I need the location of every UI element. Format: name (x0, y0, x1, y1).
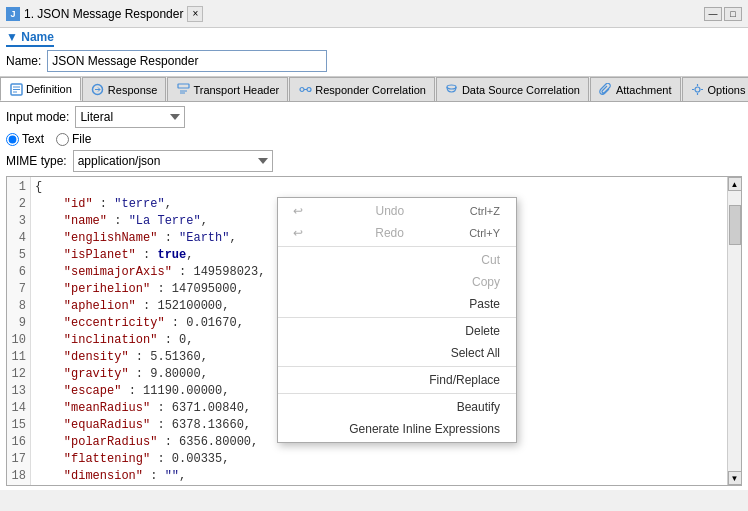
window-controls: — □ (704, 7, 742, 21)
tab-attachment[interactable]: Attachment (590, 77, 681, 101)
context-menu: ↩UndoCtrl+Z↩RedoCtrl+YCutCopyPasteDelete… (277, 197, 517, 443)
line-number: 10 (11, 332, 26, 349)
radio-text-label: Text (22, 132, 44, 146)
line-number: 3 (11, 213, 26, 230)
svg-point-8 (300, 88, 304, 92)
undo-label: Undo (376, 204, 405, 218)
name-input[interactable] (47, 50, 327, 72)
menu-item-cut: Cut (278, 249, 516, 271)
menu-separator (278, 246, 516, 247)
select-all-label: Select All (451, 346, 500, 360)
tab-response[interactable]: Response (82, 77, 167, 101)
editor-container[interactable]: 123456789101112131415161718192021 { "id"… (6, 176, 742, 486)
tab-responder-correlation[interactable]: Responder Correlation (289, 77, 435, 101)
line-number: 4 (11, 230, 26, 247)
menu-separator (278, 317, 516, 318)
options-icon (691, 83, 705, 97)
svg-rect-5 (178, 84, 189, 88)
code-line: "dimension" : "", (35, 468, 723, 485)
line-number: 8 (11, 298, 26, 315)
menu-item-beautify[interactable]: Beautify (278, 396, 516, 418)
menu-item-find-replace[interactable]: Find/Replace (278, 369, 516, 391)
tab-response-label: Response (108, 84, 158, 96)
cut-label: Cut (481, 253, 500, 267)
find-replace-label: Find/Replace (429, 373, 500, 387)
menu-item-select-all[interactable]: Select All (278, 342, 516, 364)
window-title: 1. JSON Message Responder (24, 7, 183, 21)
line-number: 13 (11, 383, 26, 400)
tab-transport-header-label: Transport Header (193, 84, 279, 96)
scroll-down-arrow[interactable]: ▼ (728, 471, 742, 485)
line-numbers: 123456789101112131415161718192021 (7, 177, 31, 485)
menu-item-copy: Copy (278, 271, 516, 293)
input-mode-select[interactable]: Literal Expression Variable (75, 106, 185, 128)
response-icon (91, 83, 105, 97)
radio-file[interactable] (56, 133, 69, 146)
line-number: 1 (11, 179, 26, 196)
name-field-label: Name: (6, 54, 41, 68)
tab-transport-header[interactable]: Transport Header (167, 77, 288, 101)
input-mode-row: Input mode: Literal Expression Variable (6, 106, 742, 128)
attachment-icon (599, 83, 613, 97)
redo-label: Redo (375, 226, 404, 240)
paste-label: Paste (469, 297, 500, 311)
line-number: 6 (11, 264, 26, 281)
svg-point-12 (695, 87, 700, 92)
name-section: ▼ Name Name: (0, 28, 748, 77)
line-number: 9 (11, 315, 26, 332)
redo-shortcut: Ctrl+Y (469, 227, 500, 239)
radio-text-option[interactable]: Text (6, 132, 44, 146)
line-number: 18 (11, 468, 26, 485)
radio-row: Text File (6, 132, 742, 146)
radio-text[interactable] (6, 133, 19, 146)
line-number: 2 (11, 196, 26, 213)
line-number: 17 (11, 451, 26, 468)
menu-item-paste[interactable]: Paste (278, 293, 516, 315)
tab-close-button[interactable]: × (187, 6, 203, 22)
line-number: 12 (11, 366, 26, 383)
scroll-thumb[interactable] (729, 205, 741, 245)
tab-definition[interactable]: Definition (0, 77, 81, 101)
tab-definition-label: Definition (26, 83, 72, 95)
tab-data-source-correlation[interactable]: Data Source Correlation (436, 77, 589, 101)
delete-label: Delete (465, 324, 500, 338)
mime-label: MIME type: (6, 154, 67, 168)
tab-data-source-label: Data Source Correlation (462, 84, 580, 96)
code-line: "flattening" : 0.00335, (35, 451, 723, 468)
redo-icon: ↩ (290, 226, 306, 240)
scroll-up-arrow[interactable]: ▲ (728, 177, 742, 191)
generate-inline-label: Generate Inline Expressions (349, 422, 500, 436)
title-bar: J 1. JSON Message Responder × — □ (0, 0, 748, 28)
code-line: { (35, 179, 723, 196)
copy-label: Copy (472, 275, 500, 289)
vertical-scrollbar[interactable]: ▲ ▼ (727, 177, 741, 485)
tab-attachment-label: Attachment (616, 84, 672, 96)
input-mode-label: Input mode: (6, 110, 69, 124)
line-number: 16 (11, 434, 26, 451)
radio-file-label: File (72, 132, 91, 146)
mime-type-select[interactable]: application/json text/plain text/xml app… (73, 150, 273, 172)
menu-item-generate-inline[interactable]: Generate Inline Expressions (278, 418, 516, 440)
title-bar-left: J 1. JSON Message Responder × (6, 6, 203, 22)
svg-point-11 (447, 85, 456, 89)
menu-item-redo: ↩RedoCtrl+Y (278, 222, 516, 244)
transport-header-icon (176, 83, 190, 97)
line-number: 14 (11, 400, 26, 417)
menu-separator (278, 393, 516, 394)
maximize-button[interactable]: □ (724, 7, 742, 21)
minimize-button[interactable]: — (704, 7, 722, 21)
menu-separator (278, 366, 516, 367)
line-number: 15 (11, 417, 26, 434)
tab-options[interactable]: Options (682, 77, 748, 101)
app-icon: J (6, 7, 20, 21)
definition-icon (9, 82, 23, 96)
beautify-label: Beautify (457, 400, 500, 414)
menu-item-delete[interactable]: Delete (278, 320, 516, 342)
tab-options-label: Options (708, 84, 746, 96)
radio-file-option[interactable]: File (56, 132, 91, 146)
undo-icon: ↩ (290, 204, 306, 218)
section-label: ▼ Name (6, 30, 54, 47)
data-source-icon (445, 83, 459, 97)
content-area: Input mode: Literal Expression Variable … (0, 102, 748, 490)
svg-point-9 (307, 88, 311, 92)
